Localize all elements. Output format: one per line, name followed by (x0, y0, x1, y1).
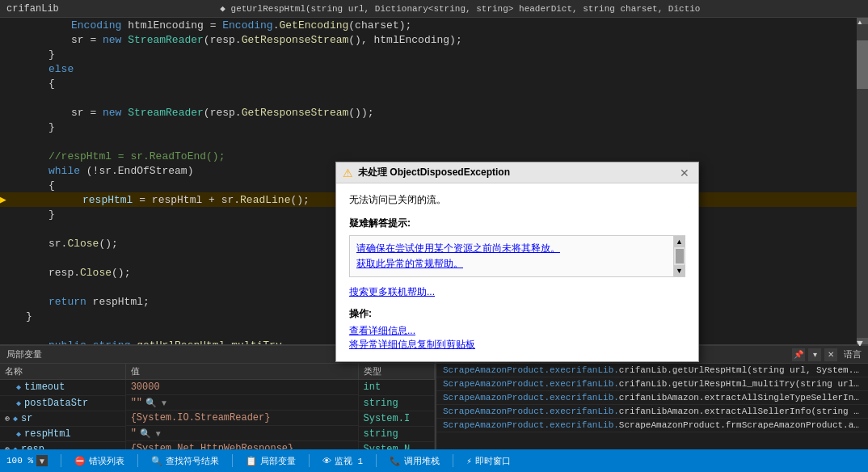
zoom-area: 100 % ▼ (6, 455, 48, 466)
dialog-scroll[interactable]: ▲ ▼ (673, 236, 685, 276)
scroll-thumb[interactable] (857, 40, 868, 89)
errors-label: 错误列表 (89, 455, 124, 467)
callstack-body: ScrapeAmazonProduct.execrifanLib.crifanL… (436, 364, 868, 432)
method-signature: ◆ getUrlRespHtml(string url, Dictionary<… (59, 3, 862, 14)
status-watch[interactable]: 👁 监视 1 (322, 455, 363, 467)
code-segment: } (48, 48, 55, 61)
locals-table: 名称 值 类型 ◆timeout30000int◆postDataStr""🔍▼… (0, 364, 435, 449)
status-find-results[interactable]: 🔍 查找符号结果 (151, 455, 219, 467)
dialog-copy-link[interactable]: 将异常详细信息复制到剪贴板 (349, 338, 685, 352)
dialog-hint-2[interactable]: 获取此异常的常规帮助。 (356, 256, 670, 272)
status-locals[interactable]: 📋 局部变量 (246, 455, 296, 467)
variable-icon: ◆ (16, 383, 21, 392)
code-segment: (charset); (348, 19, 411, 32)
dialog-search-more: 搜索更多联机帮助... (349, 285, 685, 299)
callstack-method: crifanLibAmazon.extractAllSingleTypeSell… (619, 393, 868, 402)
variable-name: respHtml (24, 428, 71, 440)
col-type: 类型 (359, 364, 435, 380)
locals-row-2[interactable]: ⊕◆sr{System.IO.StreamReader}System.I (0, 411, 435, 426)
code-line-5 (0, 91, 857, 105)
code-segment: sr = (71, 34, 103, 46)
scroll-down-arrow[interactable]: ▼ (674, 265, 685, 276)
callstack-item-1[interactable]: ScrapeAmazonProduct.execrifanLib.crifanL… (436, 377, 868, 391)
status-separator-1 (137, 454, 138, 467)
watch-icon: 👁 (322, 456, 331, 466)
locals-row-4[interactable]: ⊕◆resp{System.Net.HttpWebResponse}System… (0, 441, 435, 449)
code-segment (121, 107, 128, 119)
locals-row-3[interactable]: ◆respHtml"🔍▼string (0, 426, 435, 441)
status-immediate[interactable]: ⚡ 即时窗口 (466, 455, 511, 467)
status-errors[interactable]: ⛔ 错误列表 (74, 455, 124, 467)
variable-name: timeout (24, 381, 65, 393)
scroll-up-arrow[interactable]: ▲ (674, 236, 685, 247)
value-search-button[interactable]: 🔍 (145, 398, 157, 408)
callstack-pin-button[interactable]: 📌 (792, 348, 805, 361)
locals-type-cell: System.N (359, 441, 435, 449)
code-segment: while (48, 165, 80, 177)
callstack-item-3[interactable]: ScrapeAmazonProduct.execrifanLib.crifanL… (436, 405, 868, 419)
locals-value-cell: ""🔍▼ (126, 395, 359, 411)
errors-icon: ⛔ (74, 456, 86, 466)
callstack-exe: ScrapeAmazonProduct.execrifanLib. (443, 379, 619, 389)
variable-icon: ◆ (13, 415, 18, 424)
code-segment: GetEncoding (279, 19, 348, 32)
callstack-method: crifanLib.getUrlRespHtml(string url, Sys… (619, 365, 868, 375)
lang-label: 语言 (844, 348, 862, 360)
dialog-hints-container: 请确保在尝试使用某个资源之前尚未将其释放。 获取此异常的常规帮助。 ▲ ▼ (349, 235, 685, 277)
status-separator-3 (309, 454, 310, 467)
dialog-view-details-link[interactable]: 查看详细信息... (349, 324, 685, 338)
dialog-ops-details: 查看详细信息... 将异常详细信息复制到剪贴板 (349, 324, 685, 352)
variable-type: string (364, 428, 398, 440)
locals-row-0[interactable]: ◆timeout30000int (0, 380, 435, 396)
dialog-close-button[interactable]: ✕ (677, 166, 692, 180)
code-segment: = respHtml + sr. (133, 194, 240, 206)
col-name: 名称 (0, 364, 125, 380)
scroll-down[interactable]: ▼ (857, 338, 868, 344)
dialog-search-link[interactable]: 搜索更多联机帮助... (349, 286, 435, 297)
code-segment: return (48, 296, 86, 308)
callstack-method: crifanLib.getUrlRespHtml_multiTry(string… (619, 379, 868, 389)
dialog-titlebar: ⚠ 未处理 ObjectDisposedException ✕ (336, 162, 698, 183)
code-line-8 (0, 134, 857, 149)
callstack-item-2[interactable]: ScrapeAmazonProduct.execrifanLib.crifanL… (436, 391, 868, 405)
variable-name: postDataStr (24, 398, 88, 409)
value-dropdown-button[interactable]: ▼ (160, 398, 168, 407)
zoom-decrease-button[interactable]: ▼ (36, 455, 48, 466)
code-segment: sr = (71, 107, 103, 119)
variable-value: "" (131, 397, 142, 408)
dialog-troubleshoot-title: 疑难解答提示: (349, 217, 685, 230)
variable-type: System.I (364, 413, 411, 424)
exception-dialog[interactable]: ⚠ 未处理 ObjectDisposedException ✕ 无法访问已关闭的… (335, 162, 699, 362)
callstack-icon: 📞 (390, 456, 401, 466)
code-segment: (); (99, 238, 117, 250)
locals-name-cell: ◆respHtml (0, 426, 125, 441)
value-dropdown-button[interactable]: ▼ (154, 429, 162, 438)
code-segment: (resp. (204, 107, 242, 119)
code-segment: (); (290, 194, 309, 206)
expand-icon[interactable]: ⊕ (5, 415, 10, 424)
callstack-item-0[interactable]: ScrapeAmazonProduct.execrifanLib.crifanL… (436, 364, 868, 377)
immediate-icon: ⚡ (466, 456, 472, 466)
scroll-track (857, 24, 868, 338)
immediate-label: 即时窗口 (475, 455, 511, 467)
callstack-close-button[interactable]: ✕ (824, 348, 837, 361)
code-segment: ReadLine (240, 194, 290, 206)
expand-icon[interactable]: ⊕ (5, 445, 10, 450)
code-segment (86, 339, 93, 345)
callstack-exe: ScrapeAmazonProduct.execrifanLib. (443, 420, 619, 430)
editor-scrollbar[interactable]: ▲ ▼ (857, 18, 868, 344)
callstack-menu-button[interactable]: ▾ (808, 348, 821, 361)
code-line-1: sr = new StreamReader(resp.GetResponseSt… (0, 32, 857, 47)
scroll-up[interactable]: ▲ (857, 18, 868, 24)
value-search-button[interactable]: 🔍 (140, 428, 151, 439)
locals-value-cell: 30000 (126, 380, 359, 395)
locals-row-1[interactable]: ◆postDataStr""🔍▼string (0, 395, 435, 411)
variable-type: System.N (364, 444, 411, 450)
dialog-hint-1[interactable]: 请确保在尝试使用某个资源之前尚未将其释放。 (356, 241, 670, 256)
code-segment: respHtml; (86, 296, 150, 308)
locals-value-cell: {System.IO.StreamReader} (126, 411, 359, 426)
callstack-item-4[interactable]: ScrapeAmazonProduct.execrifanLib.ScrapeA… (436, 419, 868, 432)
code-segment: sr. (48, 238, 67, 250)
status-callstack[interactable]: 📞 调用堆栈 (390, 455, 440, 467)
callstack-method: crifanLibAmazon.extractAllSellerInfo(str… (619, 407, 868, 416)
